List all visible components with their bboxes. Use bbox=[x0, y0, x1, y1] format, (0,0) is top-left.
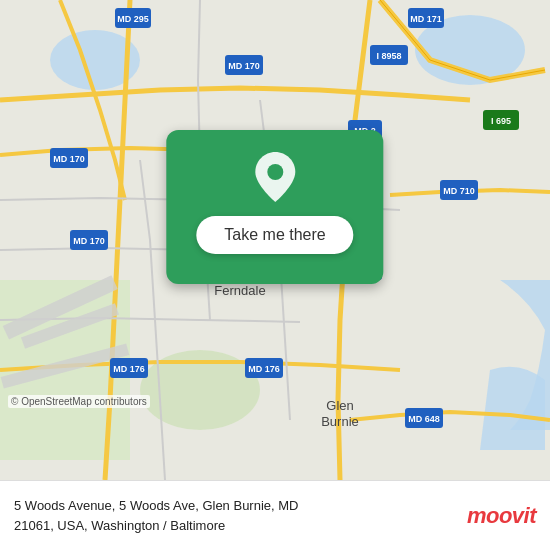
svg-text:MD 170: MD 170 bbox=[228, 61, 260, 71]
location-pin-icon bbox=[253, 150, 297, 204]
svg-text:MD 176: MD 176 bbox=[113, 364, 145, 374]
take-me-there-button[interactable]: Take me there bbox=[196, 216, 353, 254]
svg-point-37 bbox=[267, 164, 283, 180]
address-text: 5 Woods Avenue, 5 Woods Ave, Glen Burnie… bbox=[14, 496, 298, 535]
bottom-bar: 5 Woods Avenue, 5 Woods Ave, Glen Burnie… bbox=[0, 480, 550, 550]
moovit-brand-text: moovit bbox=[467, 503, 536, 529]
svg-text:MD 170: MD 170 bbox=[73, 236, 105, 246]
map-container: MD 295 MD 171 I 8958 MD 170 MD 170 MD 17… bbox=[0, 0, 550, 480]
svg-text:Glen: Glen bbox=[326, 398, 353, 413]
svg-text:MD 710: MD 710 bbox=[443, 186, 475, 196]
svg-text:I 695: I 695 bbox=[491, 116, 511, 126]
button-overlay: Take me there bbox=[166, 130, 383, 284]
svg-text:Ferndale: Ferndale bbox=[214, 283, 265, 298]
svg-text:MD 295: MD 295 bbox=[117, 14, 149, 24]
osm-credit: © OpenStreetMap contributors bbox=[8, 395, 150, 408]
svg-text:Burnie: Burnie bbox=[321, 414, 359, 429]
svg-text:MD 170: MD 170 bbox=[53, 154, 85, 164]
svg-text:MD 176: MD 176 bbox=[248, 364, 280, 374]
moovit-logo: moovit bbox=[467, 503, 536, 529]
svg-text:I 8958: I 8958 bbox=[376, 51, 401, 61]
green-card: Take me there bbox=[166, 130, 383, 284]
svg-text:MD 648: MD 648 bbox=[408, 414, 440, 424]
svg-text:MD 171: MD 171 bbox=[410, 14, 442, 24]
